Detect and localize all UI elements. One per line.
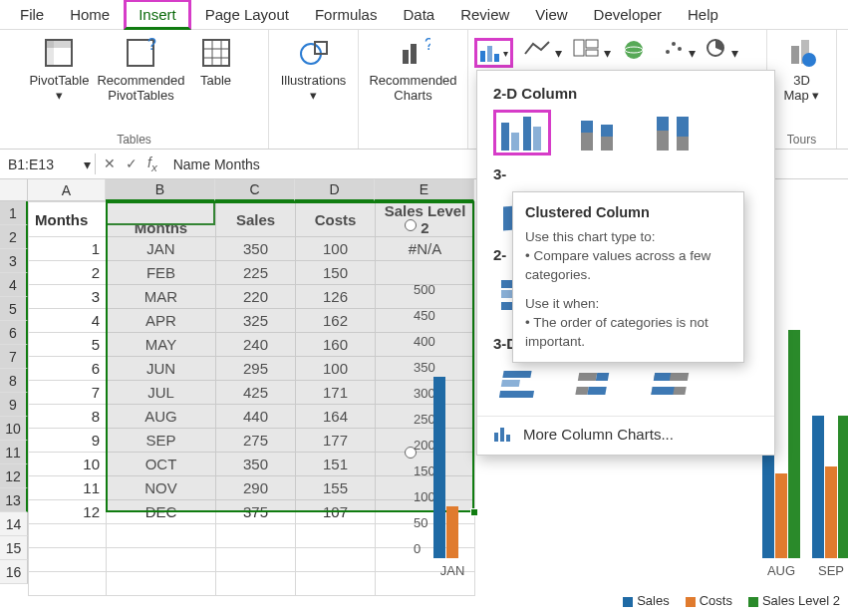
pie-chart-dropdown[interactable]: ▾ xyxy=(706,38,738,61)
3d-clustered-bar-option[interactable] xyxy=(493,360,551,406)
row-header[interactable]: 9 xyxy=(0,393,28,417)
shapes-icon xyxy=(297,36,331,70)
name-box[interactable]: B1:E13 ▾ xyxy=(0,150,95,178)
tab-data[interactable]: Data xyxy=(391,2,446,27)
row-header[interactable]: 7 xyxy=(0,345,28,369)
tooltip-line: • The order of categories is not importa… xyxy=(525,314,731,352)
3d-map-icon xyxy=(785,36,819,70)
tooltip-line: Use it when: xyxy=(525,295,731,314)
data-table[interactable]: MonthsName MonthsSalesCostsSales Level 2… xyxy=(28,201,475,596)
row-header[interactable]: 2 xyxy=(0,225,28,249)
row-header[interactable]: 1 xyxy=(0,201,28,225)
svg-rect-62 xyxy=(499,391,534,398)
line-chart-dropdown[interactable]: ▾ xyxy=(523,38,562,61)
tooltip-line: Use this chart type to: xyxy=(525,228,731,247)
recommended-charts-icon: ? xyxy=(397,36,430,70)
column-header[interactable]: D xyxy=(295,179,375,201)
reccharts-l1: Recommended xyxy=(369,74,456,89)
row-header[interactable]: 14 xyxy=(0,512,28,536)
tab-help[interactable]: Help xyxy=(676,2,730,27)
tab-file[interactable]: File xyxy=(8,2,56,27)
tooltip-title: Clustered Column xyxy=(525,202,731,222)
tab-page-layout[interactable]: Page Layout xyxy=(193,2,301,27)
svg-rect-42 xyxy=(601,125,613,137)
column-chart-icon xyxy=(493,425,513,443)
svg-rect-39 xyxy=(581,133,593,151)
cancel-formula-icon[interactable]: ✕ xyxy=(104,155,116,171)
section-3d-column-partial: 3- xyxy=(477,165,774,186)
column-header[interactable]: B xyxy=(106,179,215,201)
row-header[interactable]: 5 xyxy=(0,297,28,321)
svg-rect-36 xyxy=(511,133,519,151)
recommended-charts-button[interactable]: ? Recommended Charts xyxy=(367,34,458,106)
menu-tabs: File Home Insert Page Layout Formulas Da… xyxy=(0,0,848,30)
y-tick-label: 150 xyxy=(414,463,435,478)
tours-group-label: Tours xyxy=(787,133,816,147)
scatter-chart-dropdown[interactable]: ▾ xyxy=(659,38,696,61)
tab-insert[interactable]: Insert xyxy=(124,0,191,30)
tab-formulas[interactable]: Formulas xyxy=(303,2,390,27)
row-header[interactable]: 6 xyxy=(0,321,28,345)
tab-review[interactable]: Review xyxy=(448,2,521,27)
row-header[interactable]: 3 xyxy=(0,249,28,273)
chevron-down-icon[interactable]: ▾ xyxy=(84,156,91,172)
3d-stacked100-bar-option[interactable] xyxy=(645,360,703,406)
quick-analysis-icon[interactable] xyxy=(405,219,417,231)
x-tick-label: SEP xyxy=(818,563,844,578)
svg-point-25 xyxy=(678,47,682,51)
chart-tooltip: Clustered Column Use this chart type to:… xyxy=(512,191,744,363)
stacked-column-option[interactable] xyxy=(569,110,627,155)
recommended-pivot-icon: ? xyxy=(124,36,157,70)
column-header[interactable]: E xyxy=(375,179,474,201)
3d-map-button[interactable]: 3D Map ▾ xyxy=(777,34,827,106)
3d-stacked-bar-option[interactable] xyxy=(569,360,627,406)
row-header[interactable]: 13 xyxy=(0,488,28,512)
y-tick-label: 100 xyxy=(414,489,435,504)
y-tick-label: 200 xyxy=(414,438,435,453)
row-header[interactable]: 8 xyxy=(0,369,28,393)
pivottable-button[interactable]: PivotTable▾ xyxy=(27,34,91,106)
name-box-value: B1:E13 xyxy=(8,156,54,172)
illustrations-button[interactable]: Illustrations▾ xyxy=(279,34,349,106)
y-tick-label: 0 xyxy=(414,541,421,556)
chevron-down-icon: ▾ xyxy=(503,48,508,59)
tab-developer[interactable]: Developer xyxy=(582,2,674,27)
hierarchy-chart-dropdown[interactable]: ▾ xyxy=(572,38,611,61)
column-chart-dropdown[interactable]: ▾ xyxy=(474,38,513,68)
recpivot-l1: Recommended xyxy=(97,74,184,89)
tooltip-line: • Compare values across a few categories… xyxy=(525,247,731,285)
svg-rect-19 xyxy=(586,40,598,48)
svg-text:?: ? xyxy=(147,36,156,53)
svg-rect-47 xyxy=(503,206,512,231)
row-header[interactable]: 12 xyxy=(0,464,28,488)
y-tick-label: 50 xyxy=(414,515,427,530)
tab-view[interactable]: View xyxy=(523,2,579,27)
accept-formula-icon[interactable]: ✓ xyxy=(126,155,138,171)
stacked100-column-option[interactable] xyxy=(645,110,703,155)
x-tick-label: AUG xyxy=(767,563,795,578)
fx-icon[interactable]: fx xyxy=(147,154,157,173)
row-header[interactable]: 11 xyxy=(0,441,28,464)
row-header[interactable]: 15 xyxy=(0,536,28,560)
recommended-pivottables-button[interactable]: ? Recommended PivotTables xyxy=(95,34,186,106)
svg-point-23 xyxy=(666,50,670,54)
column-header[interactable]: C xyxy=(215,179,295,201)
row-header[interactable]: 16 xyxy=(0,560,28,584)
svg-rect-2 xyxy=(46,40,72,48)
column-header[interactable]: A xyxy=(28,179,106,201)
svg-rect-40 xyxy=(581,121,593,133)
svg-rect-37 xyxy=(523,117,531,151)
svg-rect-41 xyxy=(601,137,613,151)
map-chart-dropdown[interactable] xyxy=(621,38,649,65)
legend-item: Costs xyxy=(700,593,732,608)
row-header[interactable]: 10 xyxy=(0,417,28,441)
tab-home[interactable]: Home xyxy=(58,2,122,27)
table-button[interactable]: Table xyxy=(191,34,241,91)
column-chart-icon xyxy=(479,43,501,63)
clustered-column-option[interactable] xyxy=(493,110,551,155)
select-all-corner[interactable] xyxy=(0,179,28,201)
row-header[interactable]: 4 xyxy=(0,273,28,297)
svg-rect-17 xyxy=(494,54,499,62)
more-column-charts[interactable]: More Column Charts... xyxy=(477,416,774,451)
scatter-icon xyxy=(663,38,685,58)
